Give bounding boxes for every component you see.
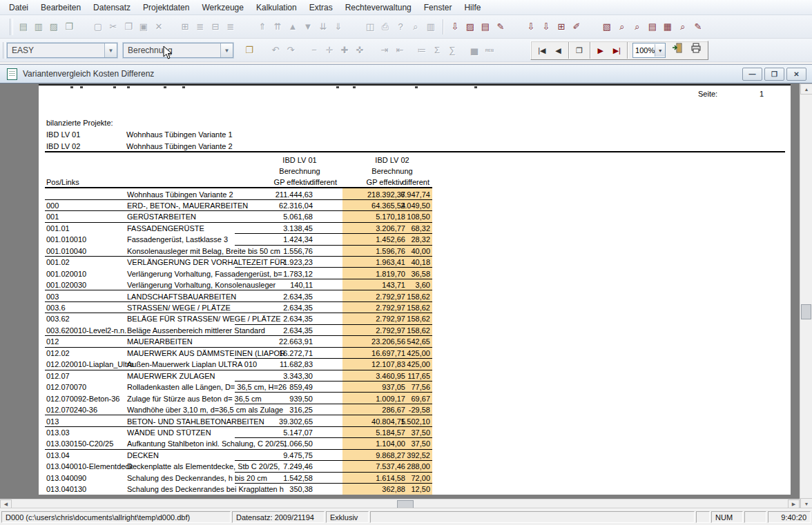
move-pageup-icon[interactable]: ⇈	[270, 20, 285, 34]
remove-row-icon[interactable]: −	[307, 43, 322, 57]
cell-different: 158,62	[361, 293, 430, 301]
chevron-down-icon[interactable]: ▼	[655, 44, 665, 57]
search-data-icon[interactable]: ⌕	[630, 20, 645, 34]
menu-bearbeiten[interactable]: Bearbeiten	[35, 1, 87, 14]
print-icon[interactable]: ⎙	[378, 20, 393, 34]
help-icon[interactable]: ?	[393, 20, 408, 34]
cell-desc: LANDSCHAFTSBAUARBEITEN	[127, 293, 236, 301]
fetch-record-icon[interactable]: ⇩	[523, 20, 539, 34]
last-page-button[interactable]: ▶|	[608, 43, 625, 58]
scroll-right-icon[interactable]: ▶	[788, 499, 800, 509]
cell-different: 40,18	[361, 258, 430, 266]
undo-icon[interactable]: ↶	[268, 43, 283, 57]
list-icon[interactable]: ≔	[414, 43, 429, 57]
previous-page-button[interactable]: ◀	[550, 43, 567, 58]
hierarchy-list-icon[interactable]: ≣	[193, 20, 208, 34]
horizontal-scrollbar-thumb[interactable]	[397, 500, 414, 508]
scroll-left-icon[interactable]: ◀	[0, 499, 12, 509]
copies-icon[interactable]: ❐	[61, 20, 77, 34]
move-last-icon[interactable]: ⇓	[331, 20, 346, 34]
pin-icon[interactable]: ✐	[569, 20, 584, 34]
minimize-button[interactable]: —	[742, 68, 762, 81]
scroll-up-icon[interactable]: ▲	[800, 83, 812, 95]
status-record: Datensatz: 2009/21194	[232, 511, 325, 523]
move-down-icon[interactable]: ▼	[300, 20, 316, 34]
add-row-icon[interactable]: ✚	[337, 43, 352, 57]
next-page-button[interactable]: ▶	[592, 43, 609, 58]
hierarchy-add-icon[interactable]: ⊞	[177, 20, 193, 34]
indent-icon[interactable]: ⇥	[377, 43, 392, 57]
report-window-titlebar[interactable]: Variantenvergleich Kosten Differenz — ❐ …	[0, 65, 812, 83]
document-add-icon[interactable]: ▤	[478, 20, 493, 34]
archive-icon[interactable]: ▨	[463, 20, 478, 34]
first-page-button[interactable]: |◀	[534, 43, 550, 58]
search-project-icon[interactable]: ⌕	[615, 20, 630, 34]
duplicate-row-icon[interactable]: ✜	[352, 43, 367, 57]
menu-kalkulation[interactable]: Kalkulation	[250, 1, 303, 14]
restore-button[interactable]: ❐	[764, 68, 784, 81]
menu-datensatz[interactable]: Datensatz	[87, 1, 137, 14]
cell-desc: MAUERWERK ZULAGEN	[127, 372, 215, 380]
menu-extras[interactable]: Extras	[303, 1, 339, 14]
print-button[interactable]	[687, 43, 705, 58]
search-record-icon[interactable]: ⌕	[675, 20, 690, 34]
move-pagedown-icon[interactable]: ⇊	[316, 20, 331, 34]
copy-icon[interactable]: ❐	[121, 20, 136, 34]
report-preview-icon[interactable]: ▥	[31, 20, 46, 34]
paste-icon[interactable]: ▣	[136, 20, 151, 34]
move-first-icon[interactable]: ⇑	[255, 20, 270, 34]
image-preview-icon[interactable]: ▨	[46, 20, 61, 34]
hierarchy-structure-icon[interactable]: ≣	[223, 20, 238, 34]
cell-pos: 012.020010-Liaplan_Ultra	[46, 360, 134, 368]
user-edit-icon[interactable]: ✎	[690, 20, 706, 34]
sum-list-icon[interactable]: Σ	[429, 43, 445, 57]
sum-icon[interactable]: ∑	[445, 43, 460, 57]
reb-icon[interactable]: REB	[482, 43, 497, 57]
move-up-icon[interactable]: ▲	[285, 20, 300, 34]
document-formula-icon[interactable]: ▦	[660, 20, 675, 34]
vertical-scrollbar[interactable]: ▲ ▼	[800, 83, 812, 509]
toolbar-grip[interactable]	[3, 42, 6, 59]
close-button[interactable]: ✕	[786, 68, 806, 81]
open-icon[interactable]: ❐	[242, 43, 257, 57]
cell-pos: 013.030150-C20/25	[46, 439, 113, 448]
hierarchy-insert-icon[interactable]: ⊟	[208, 20, 223, 34]
document-export-icon[interactable]: ▤	[645, 20, 660, 34]
cell-desc: MAUERARBEITEN	[127, 337, 193, 346]
cut-icon[interactable]: ✂	[106, 20, 121, 34]
tile-windows-icon[interactable]: ⊞	[554, 20, 569, 34]
menu-datei[interactable]: Datei	[3, 1, 35, 14]
delete-icon[interactable]: ✕	[151, 20, 166, 34]
toolbar-grip[interactable]	[10, 19, 13, 35]
check-document-icon[interactable]: ▧	[599, 20, 615, 34]
menu-projektdaten[interactable]: Projektdaten	[137, 1, 195, 14]
print-preview-viewport[interactable]: Seite: 1 bilanzierte Projekte: IBD LV 01…	[0, 83, 800, 499]
redo-icon[interactable]: ↷	[283, 43, 298, 57]
zoom-select[interactable]: 100% ▼	[632, 43, 666, 58]
data-import-icon[interactable]: ⇩	[447, 20, 463, 34]
scroll-down-icon[interactable]: ▼	[800, 498, 812, 509]
close-preview-button[interactable]	[668, 43, 686, 58]
fetch-all-icon[interactable]: ⇩	[539, 20, 554, 34]
chart-icon[interactable]: ▅	[467, 43, 482, 57]
document-edit-icon[interactable]: ✎	[493, 20, 508, 34]
new-document-icon[interactable]: ▢	[90, 20, 106, 34]
menu-hilfe[interactable]: Hilfe	[458, 1, 487, 14]
chevron-down-icon[interactable]: ▼	[104, 43, 117, 57]
chevron-down-icon[interactable]: ▼	[220, 43, 233, 57]
vertical-scrollbar-thumb[interactable]	[801, 304, 811, 319]
layout-combobox[interactable]: EASY ▼	[7, 43, 117, 58]
menu-fenster[interactable]: Fenster	[418, 1, 458, 14]
search-icon[interactable]: ⌕	[408, 20, 423, 34]
pages-button[interactable]: ❐	[571, 43, 588, 58]
insert-row-icon[interactable]: ✛	[322, 43, 337, 57]
outdent-icon[interactable]: ⇤	[392, 43, 407, 57]
view-combobox[interactable]: Berechnung ▼	[123, 43, 233, 58]
horizontal-scrollbar[interactable]: ◀ ▶	[0, 499, 800, 509]
cell-gp-effektiv-1: 1.556,76	[237, 247, 313, 255]
report-window-icon[interactable]: ◫	[362, 20, 378, 34]
columns-icon[interactable]: ▥	[423, 20, 438, 34]
menu-rechteverwaltung[interactable]: Rechteverwaltung	[339, 1, 418, 14]
menu-werkzeuge[interactable]: Werkzeuge	[195, 1, 249, 14]
print-preview-icon[interactable]: ▤	[16, 20, 31, 34]
